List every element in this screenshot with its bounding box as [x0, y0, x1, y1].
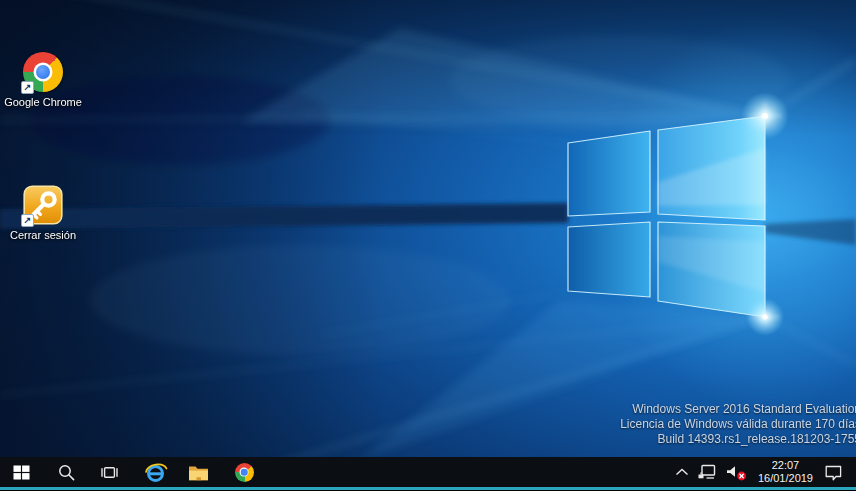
action-center-button[interactable]: [824, 457, 843, 487]
folder-icon: [188, 464, 209, 481]
windows-desktop: ↗ Google Chrome ↗ Cerrar s: [0, 0, 856, 491]
internet-explorer-button[interactable]: [134, 457, 178, 487]
desktop-icon-label: Google Chrome: [4, 96, 82, 109]
system-tray: 22:07 16/01/2019: [675, 457, 856, 487]
network-status-button[interactable]: [698, 457, 717, 487]
shortcut-arrow-icon: ↗: [21, 81, 34, 94]
start-button[interactable]: [0, 457, 42, 487]
desktop-icon-google-chrome[interactable]: ↗ Google Chrome: [4, 52, 82, 109]
network-ethernet-icon: [698, 464, 717, 480]
search-icon: [58, 464, 75, 481]
desktop-icon-cerrar-sesion[interactable]: ↗ Cerrar sesión: [4, 185, 82, 242]
search-button[interactable]: [45, 457, 87, 487]
action-center-icon: [824, 464, 843, 481]
volume-muted-icon: [726, 464, 747, 481]
tray-expand-button[interactable]: [675, 457, 689, 487]
chevron-up-icon: [675, 466, 689, 478]
volume-button[interactable]: [726, 457, 747, 487]
watermark-edition-line: Windows Server 2016 Standard Evaluation: [620, 402, 856, 417]
taskbar: 22:07 16/01/2019: [0, 457, 856, 487]
license-watermark: Windows Server 2016 Standard Evaluation …: [620, 402, 856, 447]
task-view-button[interactable]: [88, 457, 130, 487]
desktop-icon-label: Cerrar sesión: [10, 229, 76, 242]
watermark-build-line: Build 14393.rs1_release.181203-1755: [620, 432, 856, 447]
clock-time: 22:07: [758, 459, 813, 472]
clock-date: 16/01/2019: [758, 472, 813, 485]
watermark-license-line: Licencia de Windows válida durante 170 d…: [620, 417, 856, 432]
shortcut-arrow-icon: ↗: [21, 214, 34, 227]
clock[interactable]: 22:07 16/01/2019: [756, 459, 815, 485]
task-view-icon: [100, 465, 119, 480]
file-explorer-button[interactable]: [177, 457, 219, 487]
chrome-taskbar-button[interactable]: [222, 457, 266, 487]
internet-explorer-icon: [144, 462, 168, 483]
windows-logo-icon: [13, 465, 30, 480]
chrome-logo-icon: [235, 463, 254, 482]
